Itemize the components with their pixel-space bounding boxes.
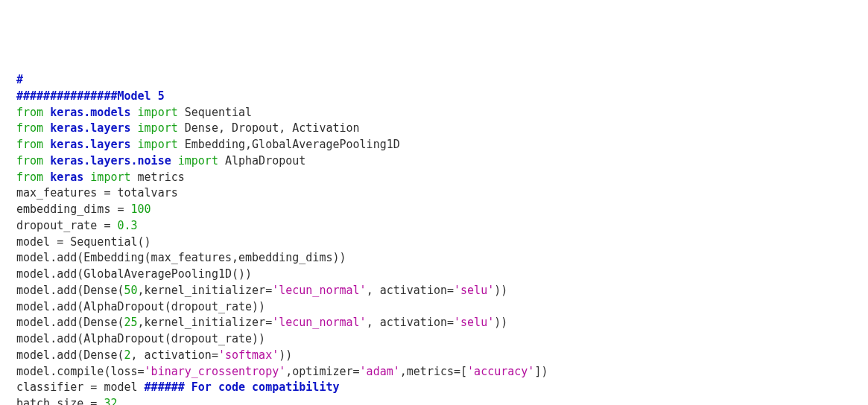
code-token: Sequential <box>178 106 252 119</box>
code-token <box>83 170 90 184</box>
code-token: model.add(GlobalAveragePooling1D()) <box>16 267 252 281</box>
code-line: from keras.layers.noise import AlphaDrop… <box>16 153 852 170</box>
code-token: 'lecun_normal' <box>272 284 366 297</box>
code-token: ]) <box>534 365 548 378</box>
code-token: model.add(Dense( <box>16 348 124 362</box>
code-line: # <box>16 72 852 89</box>
code-token: metrics <box>131 170 185 184</box>
code-line: classifier = model ###### For code compa… <box>16 380 852 396</box>
code-line: model = Sequential() <box>16 235 852 251</box>
code-token: ,kernel_initializer= <box>138 284 273 297</box>
code-token: model.compile(loss= <box>16 365 145 378</box>
code-token: 100 <box>131 202 151 216</box>
code-token: model = Sequential() <box>16 235 151 249</box>
code-token: embedding_dims = <box>16 202 131 216</box>
code-token: )) <box>494 316 507 329</box>
code-token: ###### For code compatibility <box>145 380 340 394</box>
code-token <box>131 121 138 135</box>
code-token: from <box>16 154 43 168</box>
code-token: , activation= <box>367 316 454 329</box>
code-token: Embedding,GlobalAveragePooling1D <box>178 138 400 151</box>
code-token: max_features = totalvars <box>16 186 178 200</box>
code-token: model.add(AlphaDropout(dropout_rate)) <box>16 332 265 345</box>
code-line: from keras.layers import Embedding,Globa… <box>16 137 852 153</box>
code-token: ,optimizer= <box>285 365 359 378</box>
code-token: 'accuracy' <box>467 365 534 378</box>
code-line: model.add(GlobalAveragePooling1D()) <box>16 267 852 283</box>
code-token: 0.3 <box>117 219 137 232</box>
code-token: model.add(AlphaDropout(dropout_rate)) <box>16 300 265 313</box>
code-token: import <box>178 154 218 168</box>
code-token: )) <box>279 348 292 362</box>
code-token: model.add(Embedding(max_features,embeddi… <box>16 251 346 264</box>
code-line: dropout_rate = 0.3 <box>16 218 852 235</box>
code-line: from keras import metrics <box>16 170 852 186</box>
code-token: import <box>90 170 130 184</box>
code-token: ,metrics=[ <box>400 365 467 378</box>
code-line: model.add(AlphaDropout(dropout_rate)) <box>16 331 852 348</box>
code-token: 32 <box>104 397 117 405</box>
code-line: model.add(Dense(25,kernel_initializer='l… <box>16 315 852 331</box>
code-token <box>43 170 50 184</box>
code-line: ###############Model 5 <box>16 89 852 105</box>
code-token: model.add(Dense( <box>16 284 124 297</box>
code-token <box>131 138 138 151</box>
code-token: model.add(Dense( <box>16 316 124 329</box>
code-token <box>131 106 138 119</box>
code-token: from <box>16 170 43 184</box>
code-token: 'lecun_normal' <box>272 316 366 329</box>
code-line: model.add(AlphaDropout(dropout_rate)) <box>16 299 852 316</box>
code-token: 50 <box>124 284 138 297</box>
code-token: Dense, Dropout, Activation <box>178 121 360 135</box>
code-line: model.add(Dense(50,kernel_initializer='l… <box>16 283 852 299</box>
code-token: from <box>16 138 43 151</box>
code-token: 'adam' <box>360 365 400 378</box>
code-token: classifier = model <box>16 380 145 394</box>
code-token: dropout_rate = <box>16 219 117 232</box>
code-token: import <box>138 138 178 151</box>
code-block: ################Model 5from keras.models… <box>16 72 852 405</box>
code-line: from keras.models import Sequential <box>16 105 852 121</box>
code-line: embedding_dims = 100 <box>16 202 852 218</box>
code-token: ###############Model 5 <box>16 89 165 103</box>
code-token: import <box>138 121 178 135</box>
code-line: max_features = totalvars <box>16 185 852 202</box>
code-token: keras.layers <box>50 138 130 151</box>
code-token: keras <box>50 170 83 184</box>
code-line: batch_size = 32 <box>16 396 852 405</box>
code-token: from <box>16 106 43 119</box>
code-token <box>43 138 50 151</box>
code-token: 25 <box>124 316 138 329</box>
code-token: batch_size = <box>16 397 104 405</box>
code-line: model.add(Embedding(max_features,embeddi… <box>16 250 852 267</box>
code-token: # <box>16 73 23 86</box>
code-token: , activation= <box>367 284 454 297</box>
code-token: , activation= <box>131 348 218 362</box>
code-token <box>43 121 50 135</box>
code-token: keras.layers <box>50 121 130 135</box>
code-token: )) <box>494 284 507 297</box>
code-token: 'selu' <box>454 284 494 297</box>
code-token: AlphaDropout <box>218 154 305 168</box>
code-token: ,kernel_initializer= <box>138 316 273 329</box>
code-token: 'softmax' <box>218 348 279 362</box>
code-line: from keras.layers import Dense, Dropout,… <box>16 121 852 137</box>
code-token: 'selu' <box>454 316 494 329</box>
code-line: model.compile(loss='binary_crossentropy'… <box>16 364 852 380</box>
code-token: import <box>138 106 178 119</box>
code-token <box>43 106 50 119</box>
code-line: model.add(Dense(2, activation='softmax')… <box>16 348 852 364</box>
code-token: 2 <box>124 348 131 362</box>
code-token: from <box>16 121 43 135</box>
code-token: keras.layers.noise <box>50 154 171 168</box>
code-token: keras.models <box>50 106 130 119</box>
code-token: 'binary_crossentropy' <box>145 365 286 378</box>
code-token <box>43 154 50 168</box>
code-token <box>171 154 178 168</box>
